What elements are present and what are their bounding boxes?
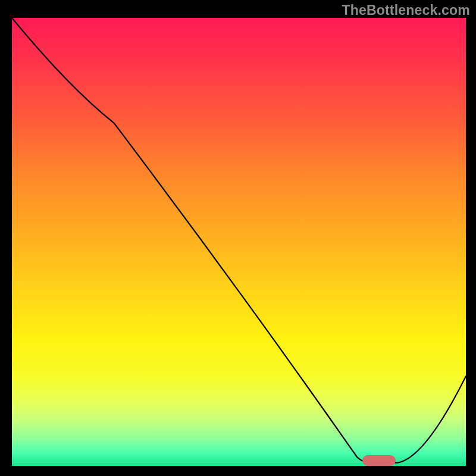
watermark-text: TheBottleneck.com	[342, 2, 470, 18]
heat-gradient	[12, 18, 466, 466]
chart-frame: TheBottleneck.com	[0, 0, 476, 476]
plot-area	[12, 18, 466, 466]
